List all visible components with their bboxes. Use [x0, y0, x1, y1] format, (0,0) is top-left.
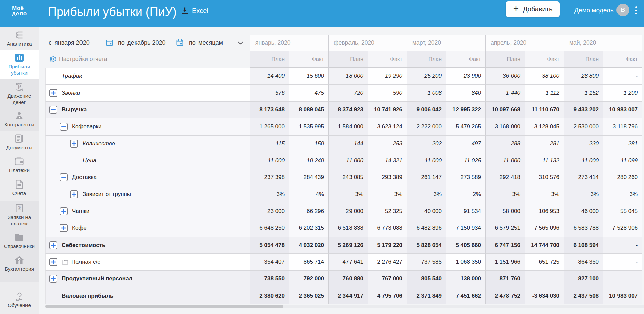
sidebar-item-counterparties[interactable]: Контрагенты	[0, 108, 39, 131]
fact-value-cell: 3%	[603, 186, 642, 203]
fact-value-cell: 792 000	[289, 271, 328, 287]
month-header-row: январь, 2020февраль, 2020март, 2020апрел…	[45, 35, 642, 51]
expand-icon[interactable]	[70, 190, 78, 198]
sidebar-item-training[interactable]: Обучение	[0, 289, 39, 311]
fact-value-cell: 106 953	[525, 203, 564, 220]
counterparties-icon	[15, 111, 24, 120]
table-row: Выручка8 173 6488 089 0458 374 92310 741…	[45, 102, 642, 118]
month-header: февраль, 2020	[328, 35, 407, 51]
row-label-inner: Выручка	[46, 106, 249, 114]
moedelo-logo[interactable]: Моё дело	[12, 6, 27, 16]
kebab-menu-icon[interactable]	[634, 6, 638, 14]
expand-icon[interactable]	[70, 140, 78, 148]
sidebar-item-references[interactable]: Справочники	[0, 229, 39, 252]
expand-icon[interactable]	[49, 258, 57, 266]
row-label[interactable]: Полная с/с	[71, 259, 100, 265]
row-label[interactable]: Звонки	[62, 90, 80, 96]
expand-icon[interactable]	[49, 89, 57, 97]
row-label[interactable]: Чашки	[72, 208, 89, 215]
fact-value-cell: 280 260	[603, 169, 642, 186]
sidebar-group: ₽ДвижениеденегКонтрагенты	[0, 79, 39, 131]
sidebar-item-payment-requests[interactable]: $Заявки наплатеж	[0, 201, 39, 229]
download-icon	[181, 7, 189, 15]
add-button[interactable]: + Добавить	[506, 1, 560, 17]
sidebar-item-label: Аналитика	[7, 41, 32, 47]
row-label[interactable]: Кофеварки	[72, 123, 101, 130]
sidebar-item-payments[interactable]: Платежи	[0, 154, 39, 176]
plan-value-cell: 738 550	[250, 271, 289, 287]
fact-value-cell: 3%	[368, 186, 407, 203]
row-label[interactable]: Цена	[83, 157, 96, 164]
plan-column-header: План	[564, 51, 603, 68]
table-row: Полная с/с354 407865 714477 6412 276 427…	[45, 254, 642, 270]
row-label[interactable]: Трафик	[62, 73, 82, 80]
month-header: май, 2020	[564, 35, 642, 51]
horizontal-scrollbar[interactable]	[45, 305, 644, 308]
fact-value-cell: 273 589	[446, 169, 485, 186]
row-label[interactable]: Количество	[83, 140, 115, 147]
fact-value-cell: -	[603, 237, 642, 254]
expand-icon[interactable]	[49, 275, 57, 283]
plan-value-cell: 6 518 838	[328, 220, 368, 237]
fact-value-cell: 3 623 124	[368, 118, 407, 135]
fact-value-cell: 281	[525, 136, 564, 152]
plan-value-cell: 14 400	[250, 68, 289, 85]
row-label-cell: Количество	[45, 136, 250, 152]
row-label-inner: Кофе	[46, 224, 249, 232]
fact-column-header: Факт	[368, 51, 407, 68]
expand-icon[interactable]	[60, 224, 68, 232]
expand-icon[interactable]	[49, 241, 57, 249]
account-menu[interactable]: Демо модель	[574, 7, 614, 14]
kebab-dot	[635, 13, 637, 14]
row-label[interactable]: Кофе	[72, 225, 87, 231]
row-label[interactable]: Выручка	[62, 106, 87, 113]
plan-value-cell: 29 000	[328, 203, 368, 220]
row-label-cell: Цена	[45, 152, 250, 169]
sidebar-item-analytics[interactable]: Аналитика	[0, 27, 39, 50]
excel-export-button[interactable]: Excel	[181, 7, 208, 15]
payments-icon	[15, 157, 24, 166]
add-button-label: Добавить	[523, 5, 552, 13]
plan-value-cell: 2 478 752	[485, 287, 525, 304]
fact-column-header: Факт	[603, 51, 642, 68]
fact-value-cell: 150	[289, 136, 328, 152]
table-row: Кофеварки1 265 0001 535 9951 584 0003 62…	[45, 118, 642, 135]
expand-icon[interactable]	[60, 207, 68, 215]
fact-value-cell: 23 900	[446, 68, 485, 85]
plan-value-cell: 354 407	[250, 254, 289, 270]
row-label[interactable]: Продуктивный персонал	[62, 275, 132, 282]
row-label-cell: Трафик	[45, 68, 250, 85]
plan-value-cell: 2 437 508	[564, 287, 603, 304]
plan-value-cell: 3%	[328, 186, 368, 203]
row-label[interactable]: Доставка	[72, 174, 97, 181]
row-label[interactable]: Валовая прибыль	[62, 293, 113, 299]
content: с января 2020 по декабрь 2020 по месяцам…	[39, 27, 644, 314]
collapse-icon[interactable]	[60, 123, 68, 131]
fact-value-cell: 865 714	[289, 254, 328, 270]
row-label[interactable]: Себестоимость	[62, 242, 105, 249]
row-label-cell: Чашки	[45, 203, 250, 220]
sidebar-item-documents[interactable]: Документы	[0, 131, 39, 154]
fact-value-cell: 55 045	[603, 203, 642, 220]
plan-value-cell: 40 000	[407, 203, 446, 220]
sidebar-item-money-flow[interactable]: ₽Движениеденег	[0, 79, 39, 108]
row-label-inner: Чашки	[46, 207, 249, 215]
sidebar-item-invoices[interactable]: Счета	[0, 176, 39, 199]
fact-column-header: Факт	[525, 51, 564, 68]
avatar[interactable]: B	[616, 4, 629, 16]
collapse-icon[interactable]	[49, 106, 57, 114]
fact-value-cell: 14 744 700	[525, 237, 564, 254]
plan-value-cell: 6 583 788	[564, 220, 603, 237]
sidebar-item-profit-loss[interactable]: Прибылиубытки	[0, 50, 39, 79]
sidebar-item-accounting[interactable]: Бухгалтерия	[0, 252, 39, 275]
table-row: Кофе6 648 2506 202 3156 518 8386 773 088…	[45, 220, 642, 237]
sidebar-group: $Заявки наплатежСправочникиБухгалтерия	[0, 201, 39, 282]
row-label[interactable]: Зависит от группы	[83, 191, 131, 198]
report-body: Трафик14 40015 60018 00019 29025 20023 9…	[45, 68, 642, 304]
collapse-icon[interactable]	[60, 173, 68, 181]
sidebar-item-label: Движениеденег	[8, 93, 31, 105]
table-row: Чашки23 00066 29629 00052 32540 00091 53…	[45, 203, 642, 220]
scrollbar-thumb[interactable]	[45, 305, 283, 308]
fact-value-cell: 1 068 350	[446, 254, 485, 270]
plan-value-cell: 3%	[485, 186, 525, 203]
